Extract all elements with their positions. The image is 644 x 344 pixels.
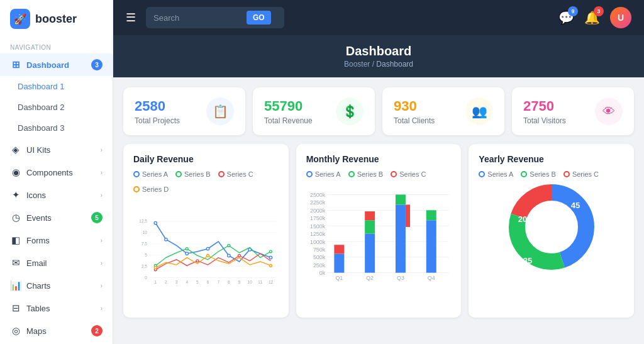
dashboard2-label: Dashboard 2 <box>18 103 64 112</box>
svg-text:2000k: 2000k <box>310 208 326 214</box>
monthly-dot-c <box>391 171 397 177</box>
search-input[interactable] <box>153 13 242 23</box>
uikits-chevron: › <box>101 147 103 153</box>
nav-section-label: Navigation <box>0 38 113 53</box>
q4-b <box>426 210 436 220</box>
projects-label: Total Projects <box>135 116 180 125</box>
stat-card-visitors: 2750 Total Visitors 👁 <box>512 87 634 135</box>
sidebar-item-icons[interactable]: ✦ Icons › <box>0 184 113 206</box>
breadcrumb-current: Dashboard <box>376 60 413 69</box>
legend-series-d: Series D <box>133 186 169 193</box>
svg-text:2.5: 2.5 <box>142 264 147 269</box>
hamburger-icon[interactable]: ☰ <box>126 11 136 25</box>
monthly-dot-a <box>306 171 313 177</box>
q1-c <box>334 245 344 253</box>
daily-revenue-title: Daily Revenue <box>133 154 279 164</box>
svg-text:Q3: Q3 <box>397 275 404 281</box>
sidebar-item-email[interactable]: ✉ Email › <box>0 252 113 274</box>
visitors-icon-wrap: 👁 <box>595 97 623 125</box>
sidebar-item-uikits[interactable]: ◈ UI Kits › <box>0 138 113 161</box>
topbar: ☰ GO 💬 9 🔔 3 U <box>113 0 644 35</box>
tables-chevron: › <box>101 305 103 312</box>
forms-chevron: › <box>101 237 103 244</box>
sidebar-item-dashboard1[interactable]: Dashboard 1 <box>0 76 113 97</box>
monthly-revenue-title: Monthly Revenue <box>306 154 452 164</box>
email-chevron: › <box>101 260 103 267</box>
tables-icon: ⊟ <box>10 302 21 314</box>
point <box>186 252 188 255</box>
breadcrumb: Booster / Dashboard <box>126 60 631 69</box>
sidebar-logo: 🚀 booster <box>0 0 113 38</box>
components-icon: ◉ <box>10 167 21 178</box>
stat-card-clients: 930 Total Clients 👥 <box>382 87 504 135</box>
q3-c <box>406 204 410 226</box>
dashboard-icon: ⊞ <box>10 59 21 70</box>
monthly-revenue-legend: Series A Series B Series C <box>306 170 452 178</box>
point <box>154 267 157 269</box>
dashboard-badge: 3 <box>91 59 103 70</box>
visitors-icon: 👁 <box>602 104 615 119</box>
logo-icon: 🚀 <box>10 9 30 29</box>
notifications-button[interactable]: 🔔 3 <box>584 10 600 25</box>
point <box>270 265 272 267</box>
series-b-line <box>155 245 270 265</box>
charts-row: Daily Revenue Series A Series B Series C <box>123 144 634 318</box>
sidebar-item-charts[interactable]: 📊 Charts › <box>0 274 113 297</box>
uikits-label: UI Kits <box>26 145 50 155</box>
sidebar-item-components[interactable]: ◉ Components › <box>0 161 113 184</box>
q4-a <box>426 220 436 272</box>
svg-text:2: 2 <box>165 280 167 284</box>
content-area: 2580 Total Projects 📋 55790 Total Revenu… <box>113 77 644 344</box>
brand-name: booster <box>35 13 77 26</box>
tables-label: Tables <box>26 304 50 313</box>
chat-button[interactable]: 💬 9 <box>558 10 574 25</box>
svg-text:10: 10 <box>248 280 253 284</box>
email-icon: ✉ <box>10 257 21 269</box>
charts-label: Charts <box>26 281 50 291</box>
revenue-label: Total Revenue <box>264 116 313 125</box>
sidebar-item-dashboard2[interactable]: Dashboard 2 <box>0 97 113 118</box>
sidebar: 🚀 booster Navigation ⊞ Dashboard 3 Dashb… <box>0 0 113 344</box>
page-header: Dashboard Booster / Dashboard <box>113 35 644 77</box>
visitors-value: 2750 <box>523 98 566 114</box>
maps-badge: 2 <box>91 325 103 336</box>
forms-icon: ◧ <box>10 235 21 246</box>
point <box>207 254 209 257</box>
q3-b <box>396 194 406 204</box>
projects-value: 2580 <box>135 98 180 114</box>
sidebar-item-dashboard[interactable]: ⊞ Dashboard 3 <box>0 53 113 76</box>
legend-dot-b <box>175 171 182 177</box>
svg-text:12: 12 <box>269 280 274 284</box>
svg-text:6: 6 <box>207 280 209 284</box>
revenue-value: 55790 <box>264 98 313 114</box>
sidebar-item-tables[interactable]: ⊟ Tables › <box>0 297 113 319</box>
sidebar-item-maps[interactable]: ◎ Maps 2 <box>0 319 113 342</box>
stat-cards: 2580 Total Projects 📋 55790 Total Revenu… <box>123 87 634 135</box>
svg-text:500k: 500k <box>313 254 326 260</box>
svg-text:250k: 250k <box>313 262 326 269</box>
svg-text:Q1: Q1 <box>335 275 343 281</box>
sidebar-item-events[interactable]: ◷ Events 5 <box>0 206 113 229</box>
search-go-button[interactable]: GO <box>247 11 271 25</box>
legend-dot-a <box>133 171 140 177</box>
svg-text:10: 10 <box>143 230 148 235</box>
svg-text:11: 11 <box>258 280 263 284</box>
clients-label: Total Clients <box>394 116 435 125</box>
legend-label-a: Series A <box>142 170 168 178</box>
sidebar-item-forms[interactable]: ◧ Forms › <box>0 229 113 252</box>
sidebar-item-dashboard3[interactable]: Dashboard 3 <box>0 118 113 138</box>
charts-icon: 📊 <box>10 280 21 291</box>
uikits-icon: ◈ <box>10 144 21 155</box>
yearly-dot-a <box>479 171 485 177</box>
legend-series-a: Series A <box>133 170 168 178</box>
user-avatar[interactable]: U <box>610 7 631 28</box>
topbar-right: 💬 9 🔔 3 U <box>558 7 631 28</box>
svg-text:1750k: 1750k <box>310 215 326 221</box>
projects-icon-wrap: 📋 <box>206 97 234 125</box>
stat-card-projects: 2580 Total Projects 📋 <box>123 87 245 135</box>
q2-c <box>365 211 375 220</box>
monthly-revenue-chart: 2500k 2250k 2000k 1750k 1500k 1250k 1000… <box>306 183 452 290</box>
svg-text:2250k: 2250k <box>310 199 326 206</box>
monthly-legend-b: Series B <box>348 170 384 178</box>
dashboard1-label: Dashboard 1 <box>18 82 64 91</box>
